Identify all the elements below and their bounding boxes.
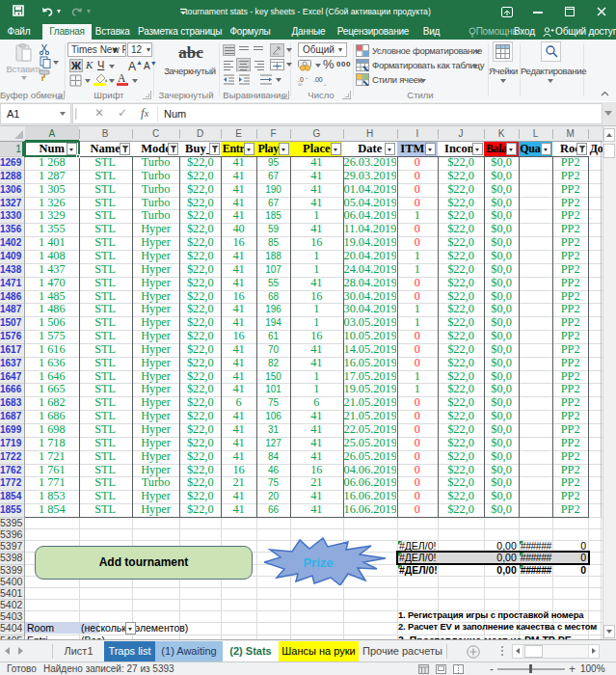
svg-text:→: →	[322, 81, 327, 86]
svg-text:←: ←	[305, 74, 309, 80]
svg-text:00: 00	[298, 82, 303, 86]
svg-text:Prize: Prize	[303, 555, 333, 570]
